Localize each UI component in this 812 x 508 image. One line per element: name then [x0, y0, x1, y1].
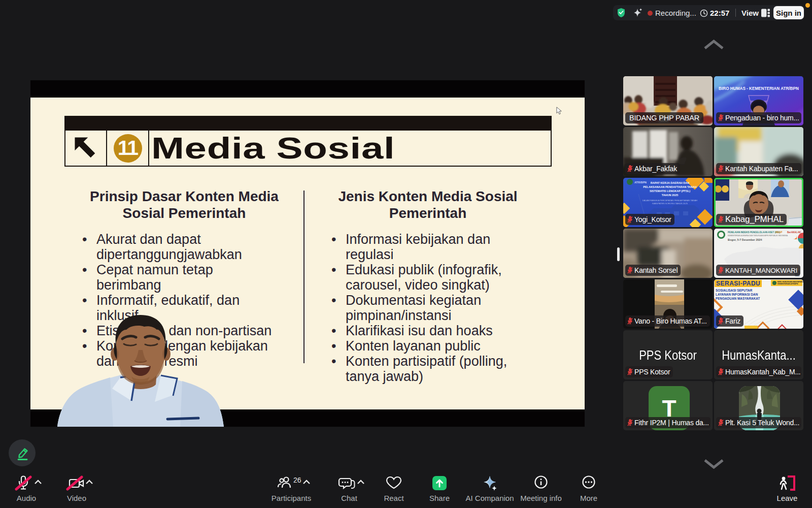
- svg-text:TAHUN 2025: TAHUN 2025: [662, 194, 679, 197]
- svg-text:BerAKHLAK: BerAKHLAK: [787, 231, 801, 234]
- svg-text:SERASI-PADU: SERASI-PADU: [716, 280, 760, 287]
- svg-text:KEMENTERIAN AGRARIA DAN TATA R: KEMENTERIAN AGRARIA DAN TATA RUANG/BPN R…: [728, 235, 788, 237]
- svg-text:SISTEMATIS LENGKAP (PTSL): SISTEMATIS LENGKAP (PTSL): [650, 189, 690, 193]
- svg-text:KEMENTERIAN ATR/BPN: KEMENTERIAN ATR/BPN: [777, 283, 798, 285]
- svg-text:PENGADUAN MASYARAKAT: PENGADUAN MASYARAKAT: [716, 297, 760, 300]
- svg-text:Bogor, 5-7 Desember 2024: Bogor, 5-7 Desember 2024: [728, 238, 762, 241]
- svg-text:LAYANAN INFORMASI DAN: LAYANAN INFORMASI DAN: [716, 293, 758, 296]
- svg-text:#SIAP: #SIAP: [775, 231, 782, 234]
- svg-text:SOSIALISASI SEPUTAR: SOSIALISASI SEPUTAR: [716, 289, 753, 292]
- svg-text:DALAM RANGKA PERCEPATAN PENDAF: DALAM RANGKA PERCEPATAN PENDAFTARAN TANA…: [642, 199, 698, 202]
- svg-text:PELAKSANAAN PENDAFTARAN TANAH: PELAKSANAAN PENDAFTARAN TANAH: [643, 185, 697, 188]
- svg-text:KABUPATEN SORONG TAHUN 2025: KABUPATEN SORONG TAHUN 2025: [652, 202, 688, 205]
- svg-text:RAPAT KERJA DAERAH DAN: RAPAT KERJA DAERAH DAN: [651, 181, 690, 184]
- svg-text:26: 26: [293, 476, 301, 484]
- svg-text:ATR/BPN: ATR/BPN: [634, 181, 647, 184]
- svg-text:BIRO HUMAS - KEMENTERIAN ATR/B: BIRO HUMAS - KEMENTERIAN ATR/BPN: [719, 86, 799, 91]
- svg-text:PENILAIAN INDEKS PENGELOLAAN A: PENILAIAN INDEKS PENGELOLAAN ASET (IPA): [728, 231, 780, 234]
